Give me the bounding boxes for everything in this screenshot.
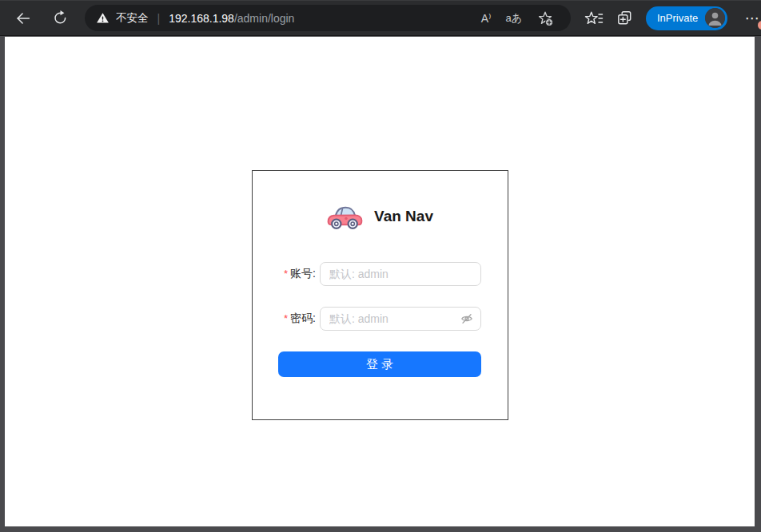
translate-button[interactable]: aあ	[498, 6, 529, 30]
required-mark: *	[284, 312, 288, 324]
back-button[interactable]	[11, 6, 35, 30]
favorites-button[interactable]	[582, 6, 606, 30]
url-text[interactable]: 192.168.1.98/admin/login	[169, 12, 294, 25]
warning-icon	[96, 11, 110, 25]
collections-button[interactable]	[612, 6, 636, 30]
update-badge: ↑	[756, 19, 761, 31]
profile-avatar-icon	[705, 8, 725, 28]
account-label: *账号:	[278, 267, 316, 281]
read-aloud-icon: A⁾	[481, 12, 492, 25]
login-form: *账号: *密码:	[278, 262, 481, 377]
login-card: Van Nav *账号: *密码:	[252, 170, 508, 420]
required-mark: *	[284, 268, 288, 280]
address-bar[interactable]: 不安全 | 192.168.1.98/admin/login A⁾ aあ	[85, 5, 571, 31]
inprivate-badge[interactable]: InPrivate	[646, 6, 727, 30]
page-content: Van Nav *账号: *密码:	[5, 37, 755, 526]
account-row: *账号:	[278, 262, 481, 286]
brand-title: Van Nav	[374, 208, 433, 225]
address-divider: |	[157, 12, 161, 25]
password-input[interactable]	[320, 307, 481, 331]
url-path: /admin/login	[234, 12, 295, 25]
star-plus-icon	[536, 10, 554, 27]
more-menu-button[interactable]: ⋯ ↑	[739, 6, 761, 30]
password-row: *密码:	[278, 307, 481, 331]
account-input[interactable]	[320, 262, 481, 286]
inprivate-label: InPrivate	[657, 12, 698, 24]
password-input-wrap	[320, 307, 481, 331]
car-logo-icon	[326, 202, 364, 230]
add-favorite-button[interactable]	[529, 6, 561, 30]
read-aloud-button[interactable]: A⁾	[474, 6, 499, 30]
eye-invisible-icon[interactable]	[460, 312, 473, 325]
browser-toolbar: 不安全 | 192.168.1.98/admin/login A⁾ aあ	[0, 0, 761, 36]
arrow-left-icon	[14, 10, 32, 27]
login-button[interactable]: 登 录	[278, 351, 481, 377]
refresh-button[interactable]	[48, 6, 72, 30]
collections-icon	[616, 9, 634, 27]
account-input-wrap	[320, 262, 481, 286]
translate-icon: aあ	[505, 11, 522, 26]
security-label: 不安全	[116, 11, 149, 26]
url-host: 192.168.1.98	[169, 12, 234, 25]
password-label: *密码:	[278, 312, 316, 326]
brand: Van Nav	[253, 201, 508, 231]
browser-window: 不安全 | 192.168.1.98/admin/login A⁾ aあ	[0, 0, 761, 532]
security-chip[interactable]: 不安全	[96, 11, 149, 26]
refresh-icon	[52, 10, 69, 26]
star-list-icon	[584, 10, 604, 27]
